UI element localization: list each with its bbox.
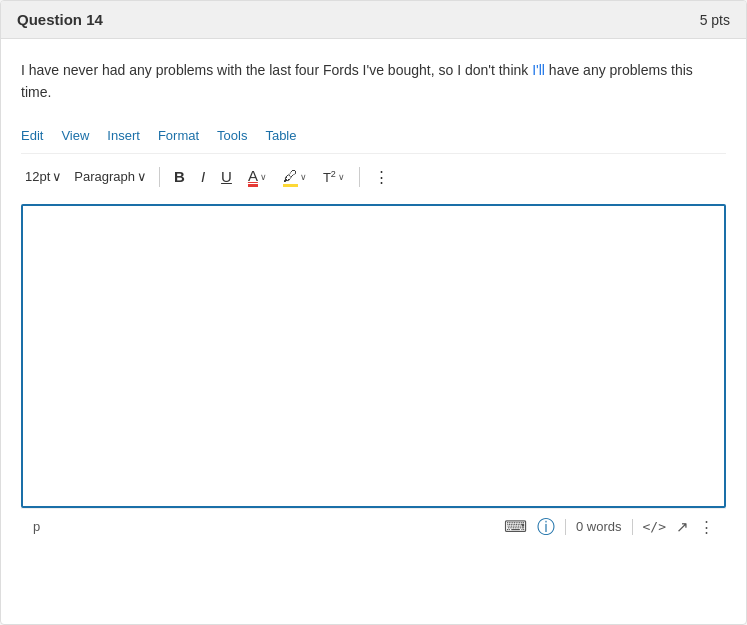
menu-bar: Edit View Insert Format Tools Table [21, 120, 726, 154]
font-color-button[interactable]: A ∨ [242, 164, 273, 190]
paragraph-style-select[interactable]: Paragraph ∨ [70, 167, 151, 186]
more-options-button[interactable]: ⋮ [368, 165, 395, 189]
highlight-chevron: ∨ [300, 172, 307, 182]
superscript-label: T2 [323, 169, 336, 185]
keyboard-icon[interactable]: ⌨ [504, 517, 527, 536]
menu-format[interactable]: Format [158, 126, 199, 145]
question-card: Question 14 5 pts I have never had any p… [0, 0, 747, 625]
menu-tools[interactable]: Tools [217, 126, 247, 145]
menu-edit[interactable]: Edit [21, 126, 43, 145]
underline-label: U [221, 168, 232, 185]
toolbar: 12pt ∨ Paragraph ∨ B I U [21, 158, 726, 196]
font-size-select[interactable]: 12pt ∨ [21, 167, 66, 186]
editor-footer: p ⌨ ⓘ 0 words </> ↗ ⋮ [21, 508, 726, 545]
footer-divider-1 [565, 519, 566, 535]
menu-insert[interactable]: Insert [107, 126, 140, 145]
footer-right: ⌨ ⓘ 0 words </> ↗ ⋮ [504, 515, 714, 539]
menu-view[interactable]: View [61, 126, 89, 145]
toolbar-divider-1 [159, 167, 160, 187]
bold-button[interactable]: B [168, 165, 191, 188]
italic-button[interactable]: I [195, 165, 211, 188]
info-icon[interactable]: ⓘ [537, 515, 555, 539]
expand-icon[interactable]: ↗ [676, 518, 689, 536]
card-header: Question 14 5 pts [1, 1, 746, 39]
paragraph-chevron: ∨ [137, 169, 147, 184]
word-count-label: 0 words [576, 519, 622, 534]
superscript-chevron: ∨ [338, 172, 345, 182]
menu-table[interactable]: Table [265, 126, 296, 145]
code-view-label[interactable]: </> [643, 519, 666, 534]
toolbar-divider-2 [359, 167, 360, 187]
highlight-button[interactable]: 🖊 ∨ [277, 164, 313, 190]
question-body: I have never had any problems with the l… [1, 39, 746, 555]
question-text-part1: I have never had any problems with the l… [21, 62, 532, 78]
editor-inner[interactable] [23, 206, 724, 506]
editor-area[interactable] [21, 204, 726, 508]
footer-more-icon[interactable]: ⋮ [699, 518, 714, 536]
superscript-button[interactable]: T2 ∨ [317, 166, 351, 188]
font-size-chevron: ∨ [52, 169, 62, 184]
highlight-label: 🖊 [283, 167, 298, 187]
footer-left: p [33, 519, 40, 534]
question-title: Question 14 [17, 11, 103, 28]
html-tag-label: p [33, 519, 40, 534]
underline-button[interactable]: U [215, 165, 238, 188]
question-text-highlight: I'll [532, 62, 545, 78]
font-color-chevron: ∨ [260, 172, 267, 182]
font-color-label: A [248, 167, 258, 187]
italic-label: I [201, 168, 205, 185]
points-label: 5 pts [700, 12, 730, 28]
bold-label: B [174, 168, 185, 185]
footer-divider-2 [632, 519, 633, 535]
more-options-icon: ⋮ [374, 168, 389, 186]
font-size-value: 12pt [25, 169, 50, 184]
question-text: I have never had any problems with the l… [21, 59, 726, 104]
paragraph-style-value: Paragraph [74, 169, 135, 184]
